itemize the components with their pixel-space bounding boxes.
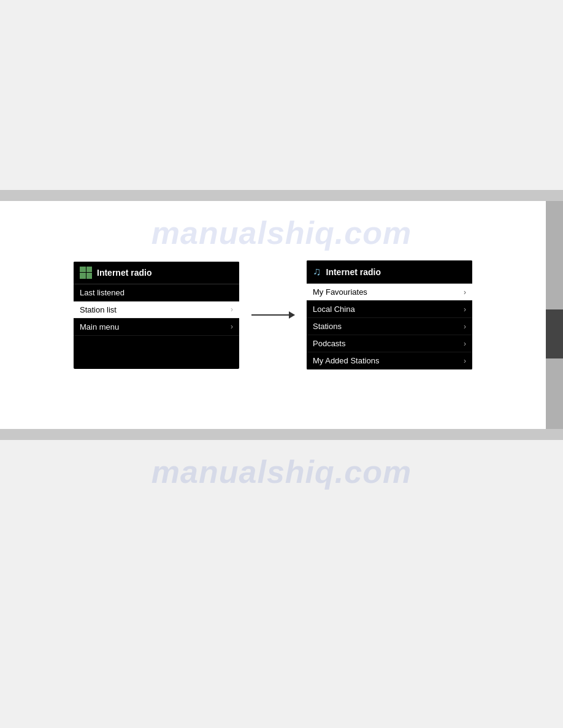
right-screen-menu: My Favouriates › Local China › Stations … [307, 284, 472, 370]
left-screen-header: Internet radio [74, 262, 239, 284]
menu-item-my-favouriates[interactable]: My Favouriates › [307, 284, 472, 301]
menu-item-last-listened[interactable]: Last listened [74, 284, 239, 301]
right-screen-header: ♫ Internet radio [307, 260, 472, 284]
menu-item-my-added-stations[interactable]: My Added Stations › [307, 352, 472, 370]
right-screen-title: Internet radio [326, 267, 381, 277]
left-screen-menu: Last listened Station list › Main menu › [74, 284, 239, 336]
chevron-icon: › [231, 322, 233, 331]
arrow-container [251, 314, 294, 316]
left-screen: Internet radio Last listened Station lis… [74, 262, 239, 369]
chevron-icon: › [464, 339, 466, 348]
menu-item-stations[interactable]: Stations › [307, 318, 472, 335]
arrow-line [251, 314, 294, 316]
right-screen: ♫ Internet radio My Favouriates › Local … [307, 260, 472, 370]
menu-item-podcasts[interactable]: Podcasts › [307, 335, 472, 352]
top-gray-bar [0, 190, 563, 201]
music-note-icon: ♫ [313, 265, 321, 278]
chevron-icon: › [464, 288, 466, 297]
menu-item-local-china[interactable]: Local China › [307, 301, 472, 318]
right-sidebar-dark [546, 309, 563, 358]
chevron-icon: › [464, 305, 466, 314]
bottom-gray-bar [0, 429, 563, 440]
content-area: Internet radio Last listened Station lis… [0, 201, 546, 429]
grid-icon [80, 267, 92, 279]
chevron-icon: › [231, 305, 233, 314]
left-screen-title: Internet radio [97, 268, 151, 278]
menu-item-station-list[interactable]: Station list › [74, 301, 239, 319]
diagram-container: Internet radio Last listened Station lis… [74, 260, 472, 370]
watermark-bottom: manualshiq.com [151, 453, 412, 490]
menu-item-main-menu[interactable]: Main menu › [74, 319, 239, 336]
page-background: Internet radio Last listened Station lis… [0, 0, 563, 728]
chevron-icon: › [464, 322, 466, 331]
chevron-icon: › [464, 357, 466, 365]
